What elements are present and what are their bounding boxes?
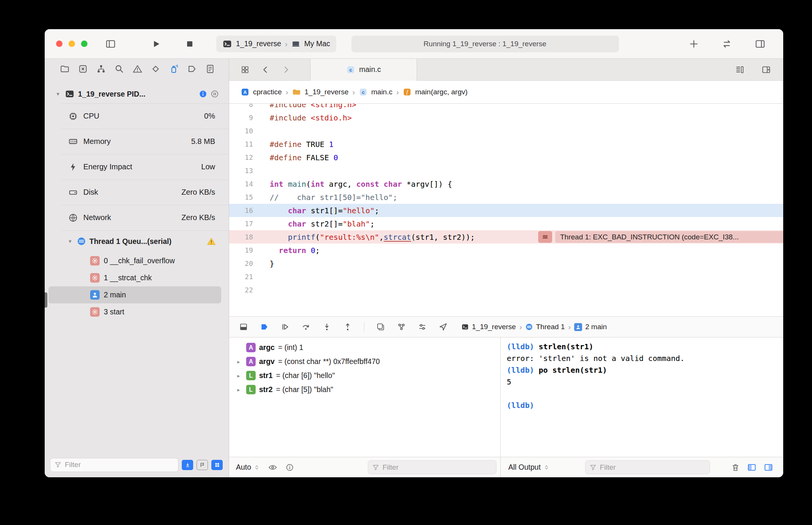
test-icon[interactable] [151, 64, 161, 74]
code-line-10[interactable]: 10 [229, 124, 783, 138]
debug-breadcrumb-thread-1[interactable]: Thread 1 [525, 323, 565, 331]
find-icon[interactable] [114, 64, 124, 74]
gauge-row-energy-impact[interactable]: Energy ImpactLow [45, 154, 229, 180]
debug-icon[interactable] [169, 64, 179, 74]
jumpbar-item-main-argc-argv[interactable]: fmain(argc, argv) [403, 88, 467, 97]
line-number[interactable]: 18 [229, 233, 258, 241]
info-icon[interactable] [199, 90, 207, 98]
frame-row-start[interactable]: 3 start [48, 303, 221, 320]
disclosure-triangle[interactable]: ▾ [67, 238, 73, 245]
filter-toggle-b[interactable] [197, 460, 208, 470]
debug-breadcrumb-2-main[interactable]: 2 main [574, 323, 607, 331]
variables-view[interactable]: Aargc= (int) 1▸Aargv= (const char **) 0x… [229, 338, 501, 457]
code-line-17[interactable]: 17 char str2[]="blah"; [229, 217, 783, 230]
code-line-16[interactable]: 16 char str1[]="hello"; [229, 204, 783, 217]
code-line-12[interactable]: 12#define FALSE 0 [229, 151, 783, 164]
minimize-window-button[interactable] [69, 41, 75, 47]
line-number[interactable]: 20 [229, 259, 258, 267]
stop-button[interactable] [185, 39, 194, 48]
breakpoints-toggle[interactable] [260, 322, 269, 331]
line-number[interactable]: 8 [229, 104, 258, 108]
project-navigator-icon[interactable] [60, 64, 70, 74]
disclosure-triangle[interactable]: ▾ [55, 91, 61, 97]
variable-row-argv[interactable]: ▸Aargv= (const char **) 0x7ffeefbff470 [229, 355, 500, 369]
console-scope-selector[interactable]: All Output [508, 463, 550, 472]
disclosure-triangle[interactable]: ▸ [234, 373, 243, 379]
error-annotation[interactable]: Thread 1: EXC_BAD_INSTRUCTION (code=EXC_… [538, 231, 783, 243]
frame-row-main[interactable]: 2 main [48, 286, 221, 303]
related-items-icon[interactable] [240, 65, 250, 74]
filter-toggle-a[interactable] [182, 460, 193, 470]
scheme-selector[interactable]: 1_19_reverse › My Mac [216, 36, 336, 52]
code-line-9[interactable]: 9#include <stdio.h> [229, 111, 783, 124]
report-icon[interactable] [205, 64, 215, 74]
breakpoint-icon[interactable] [187, 64, 197, 74]
filter-toggle-c[interactable] [211, 460, 223, 470]
gauge-row-cpu[interactable]: CPU0% [45, 103, 229, 129]
line-number[interactable]: 14 [229, 180, 258, 188]
line-number[interactable]: 17 [229, 220, 258, 228]
code-line-20[interactable]: 20} [229, 257, 783, 270]
pause-process-icon[interactable] [211, 90, 219, 98]
variable-row-argc[interactable]: Aargc= (int) 1 [229, 341, 500, 355]
code-line-18[interactable]: 18 printf("result:%s\n",strcat(str1, str… [229, 230, 783, 244]
code-line-15[interactable]: 15// char str1[50]="hello"; [229, 191, 783, 204]
variable-row-str2[interactable]: ▸Lstr2= (char [5]) "blah" [229, 383, 500, 397]
console-filter-input[interactable] [600, 463, 706, 472]
view-hierarchy-button[interactable] [376, 322, 385, 331]
code-line-13[interactable]: 13 [229, 164, 783, 177]
process-row[interactable]: ▾ 1_19_reverse PID... [45, 84, 229, 103]
line-number[interactable]: 13 [229, 167, 258, 175]
tab-main-c[interactable]: c main.c [310, 59, 417, 81]
zoom-window-button[interactable] [81, 41, 87, 47]
disclosure-triangle[interactable]: ▸ [234, 359, 243, 365]
gauge-row-disk[interactable]: DiskZero KB/s [45, 180, 229, 205]
variables-scope-selector[interactable]: Auto [236, 463, 260, 472]
line-number[interactable]: 19 [229, 246, 258, 254]
console-output[interactable]: (lldb) strlen(str1)error: 'strlen' is no… [501, 338, 783, 457]
gauge-row-memory[interactable]: Memory5.8 MB [45, 129, 229, 154]
code-line-22[interactable]: 22 [229, 283, 783, 297]
sidebar-toggle-icon[interactable] [105, 38, 116, 50]
step-over-button[interactable] [301, 322, 311, 331]
step-out-button[interactable] [343, 322, 352, 331]
issue-icon[interactable] [133, 64, 142, 74]
inspector-toggle-button[interactable] [754, 38, 766, 50]
variables-filter-field[interactable] [368, 460, 497, 474]
thread-row[interactable]: ▾ Thread 1 Queu...(serial) [45, 230, 229, 252]
console-filter-field[interactable] [585, 460, 710, 474]
disclosure-triangle[interactable]: ▸ [234, 387, 243, 393]
symbol-navigator-icon[interactable] [96, 64, 106, 74]
line-number[interactable]: 16 [229, 206, 258, 214]
hamburger-icon[interactable] [538, 231, 552, 243]
line-number[interactable]: 12 [229, 153, 258, 161]
jumpbar-item-cpractice[interactable]: Acpractice [240, 88, 282, 97]
line-number[interactable]: 10 [229, 127, 258, 135]
continue-button[interactable] [281, 322, 290, 331]
environment-overrides-button[interactable] [418, 322, 427, 331]
library-add-button[interactable] [689, 39, 699, 49]
gauge-row-network[interactable]: NetworkZero KB/s [45, 205, 229, 230]
simulate-location-button[interactable] [439, 322, 448, 331]
source-control-icon[interactable] [78, 64, 88, 74]
close-window-button[interactable] [56, 41, 62, 47]
memory-graph-button[interactable] [397, 322, 406, 331]
line-number[interactable]: 9 [229, 114, 258, 122]
forward-button[interactable] [281, 65, 290, 74]
editor-options-icon[interactable] [761, 65, 771, 75]
variables-pane-toggle[interactable] [747, 462, 757, 472]
quick-look-button[interactable] [268, 463, 277, 472]
line-number[interactable]: 22 [229, 286, 258, 294]
code-line-19[interactable]: 19 return 0; [229, 244, 783, 257]
clear-console-button[interactable] [731, 463, 740, 472]
print-description-button[interactable] [286, 463, 294, 472]
frame-row-strcat-chk[interactable]: 1 __strcat_chk [48, 269, 221, 286]
jumpbar-item-1-19-reverse[interactable]: 1_19_reverse [292, 88, 348, 97]
variables-filter-input[interactable] [383, 463, 492, 472]
jumpbar-item-main-c[interactable]: cmain.c [359, 88, 392, 97]
code-editor[interactable]: 8#include <string.h>9#include <stdio.h>1… [229, 104, 783, 316]
sidebar-filter-field[interactable] [50, 458, 178, 472]
variable-row-str1[interactable]: ▸Lstr1= (char [6]) "hello" [229, 369, 500, 383]
line-number[interactable]: 11 [229, 140, 258, 148]
line-number[interactable]: 15 [229, 193, 258, 201]
